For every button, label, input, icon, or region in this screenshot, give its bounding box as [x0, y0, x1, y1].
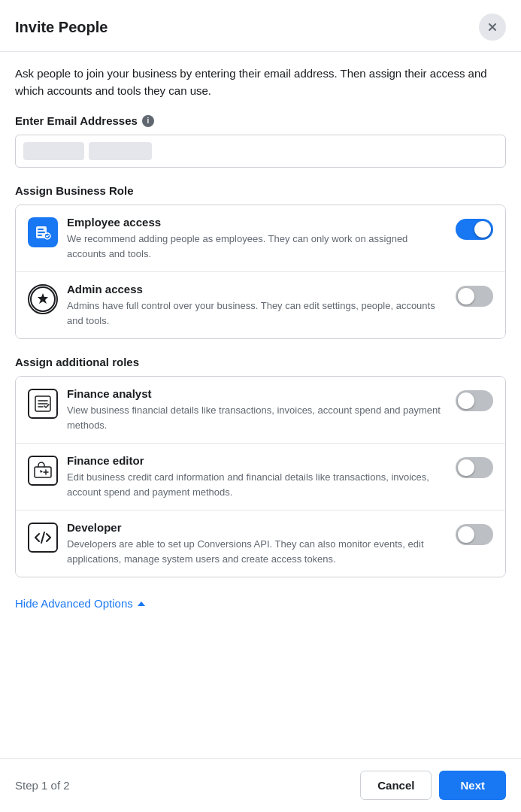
finance-analyst-name: Finance analyst	[67, 387, 447, 400]
developer-desc: Developers are able to set up Conversion…	[67, 537, 447, 566]
step-indicator: Step 1 of 2	[15, 779, 70, 792]
employee-access-toggle[interactable]	[456, 219, 493, 240]
employee-access-item: Employee access We recommend adding peop…	[16, 205, 505, 271]
finance-analyst-toggle[interactable]	[456, 390, 493, 411]
close-button[interactable]	[479, 14, 506, 41]
business-role-label: Assign Business Role	[15, 184, 506, 197]
email-tag-1	[23, 142, 84, 160]
chevron-up-icon	[138, 601, 145, 606]
modal-header: Invite People	[0, 0, 521, 52]
developer-icon	[28, 523, 58, 553]
hide-advanced-options-link[interactable]: Hide Advanced Options	[15, 597, 145, 610]
business-role-section: Assign Business Role	[15, 184, 506, 339]
finance-analyst-icon	[28, 389, 58, 419]
svg-line-14	[41, 532, 44, 543]
finance-editor-icon	[28, 456, 58, 486]
modal-footer: Step 1 of 2 Cancel Next	[0, 758, 521, 812]
finance-editor-desc: Edit business credit card information an…	[67, 470, 447, 499]
finance-analyst-item: Finance analyst View business financial …	[16, 377, 505, 443]
modal-body: Ask people to join your business by ente…	[0, 52, 521, 758]
employee-access-info: Employee access We recommend adding peop…	[67, 216, 447, 261]
admin-access-item: Admin access Admins have full control ov…	[16, 271, 505, 338]
email-section-label: Enter Email Addresses i	[15, 114, 506, 127]
admin-icon	[28, 284, 58, 314]
employee-access-name: Employee access	[67, 216, 447, 229]
admin-access-info: Admin access Admins have full control ov…	[67, 283, 447, 328]
info-icon[interactable]: i	[142, 115, 154, 127]
finance-editor-info: Finance editor Edit business credit card…	[67, 454, 447, 499]
footer-buttons: Cancel Next	[360, 771, 506, 800]
email-input-area[interactable]	[15, 135, 506, 168]
invite-people-modal: Invite People Ask people to join your bu…	[0, 0, 521, 812]
developer-toggle[interactable]	[456, 524, 493, 545]
additional-roles-card: Finance analyst View business financial …	[15, 376, 506, 577]
modal-title: Invite People	[15, 19, 108, 36]
svg-marker-6	[38, 293, 48, 304]
next-button[interactable]: Next	[439, 771, 506, 800]
employee-icon	[28, 217, 58, 247]
description-text: Ask people to join your business by ente…	[15, 65, 506, 99]
finance-analyst-desc: View business financial details like tra…	[67, 403, 447, 432]
finance-editor-item: Finance editor Edit business credit card…	[16, 443, 505, 510]
finance-editor-name: Finance editor	[67, 454, 447, 467]
developer-info: Developer Developers are able to set up …	[67, 521, 447, 566]
additional-roles-section: Assign additional roles Fina	[15, 356, 506, 577]
developer-item: Developer Developers are able to set up …	[16, 510, 505, 577]
admin-access-name: Admin access	[67, 283, 447, 295]
finance-analyst-info: Finance analyst View business financial …	[67, 387, 447, 432]
additional-roles-label: Assign additional roles	[15, 356, 506, 368]
email-tag-2	[89, 142, 152, 160]
admin-access-desc: Admins have full control over your busin…	[67, 298, 447, 328]
admin-access-toggle[interactable]	[456, 286, 493, 307]
business-role-card: Employee access We recommend adding peop…	[15, 205, 506, 339]
svg-rect-1	[38, 229, 44, 230]
finance-editor-toggle[interactable]	[456, 457, 493, 478]
employee-access-desc: We recommend adding people as employees.…	[67, 232, 447, 261]
developer-name: Developer	[67, 521, 447, 534]
svg-rect-3	[38, 235, 42, 236]
svg-rect-2	[38, 232, 45, 233]
cancel-button[interactable]: Cancel	[360, 771, 432, 800]
hide-advanced-options-label: Hide Advanced Options	[15, 597, 133, 610]
